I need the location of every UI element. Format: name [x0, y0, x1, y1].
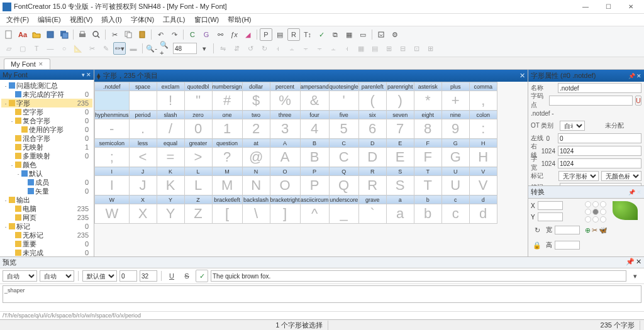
- close-button[interactable]: ✕: [620, 1, 641, 13]
- preview-sample-input[interactable]: [211, 270, 626, 282]
- menu-item[interactable]: 视图(V): [66, 14, 97, 25]
- tree-row[interactable]: 多重映射0: [1, 151, 92, 160]
- glyph-cell[interactable]: C: [329, 148, 358, 167]
- glyph-cell[interactable]: N: [242, 176, 270, 195]
- cut-button[interactable]: ✂: [108, 28, 121, 41]
- pointer-tool[interactable]: ▱: [3, 42, 15, 55]
- glyph-cell[interactable]: `: [358, 204, 386, 224]
- tree-row[interactable]: 电脑235: [1, 204, 92, 213]
- erase-button[interactable]: ◢: [242, 28, 254, 41]
- flip-h-button[interactable]: ⇋: [216, 42, 229, 55]
- open-button[interactable]: [30, 28, 43, 41]
- check-button[interactable]: ✓: [315, 28, 328, 41]
- align-l-button[interactable]: ⫞: [272, 42, 284, 55]
- preview-close-icon[interactable]: ✕: [636, 258, 641, 267]
- glyph-cell[interactable]: 3: [270, 119, 300, 139]
- anchor-grid[interactable]: [585, 201, 608, 223]
- document-tab[interactable]: My Font ✕: [4, 58, 50, 69]
- zoom-input[interactable]: [173, 43, 197, 54]
- glyph-cell[interactable]: +: [441, 91, 469, 111]
- reset-button[interactable]: ↻: [531, 224, 543, 236]
- tree-row[interactable]: -输出: [1, 195, 92, 204]
- glyph-cell[interactable]: c: [441, 204, 469, 224]
- align-r-button[interactable]: ⫟: [299, 42, 312, 55]
- grid2-button[interactable]: ⊟: [396, 42, 409, 55]
- knife-tool[interactable]: ✂: [86, 42, 98, 55]
- glyph-cell[interactable]: E: [386, 148, 414, 167]
- preview-mode2-select[interactable]: 自动: [40, 270, 74, 282]
- glyph-cell[interactable]: G: [441, 148, 469, 167]
- glyph-cell[interactable]: 8: [414, 119, 441, 139]
- rotate-r-button[interactable]: ↻: [258, 42, 270, 55]
- props-pin-icon[interactable]: 📌: [628, 73, 635, 79]
- glyph-cell[interactable]: Z: [184, 204, 212, 224]
- glyph-cell[interactable]: \: [242, 204, 270, 224]
- glyph-cell[interactable]: 9: [441, 119, 469, 139]
- glyph-cell[interactable]: _: [329, 204, 358, 224]
- glyph-cell[interactable]: H: [469, 148, 497, 167]
- tree-row[interactable]: 混合字形0: [1, 134, 92, 143]
- menu-item[interactable]: 文件(F): [3, 14, 33, 25]
- menu-item[interactable]: 帮助(H): [224, 14, 255, 25]
- glyph-cell[interactable]: >: [184, 148, 212, 167]
- tree-row[interactable]: 无标记235: [1, 231, 92, 239]
- glyph-cell[interactable]: <: [129, 148, 157, 167]
- glyph-cell[interactable]: Y: [157, 204, 184, 224]
- glyph-cell[interactable]: 0: [184, 119, 212, 139]
- text-tool[interactable]: T: [30, 42, 43, 55]
- underline-button[interactable]: U: [165, 270, 178, 282]
- glyph-cell[interactable]: P: [300, 176, 329, 195]
- main-close-icon[interactable]: ✕: [519, 72, 525, 80]
- align-t-button[interactable]: ⫟: [313, 42, 326, 55]
- glyph-cell[interactable]: ': [329, 91, 358, 111]
- zoom-out-button[interactable]: 🔍-: [145, 42, 158, 55]
- grid1-button[interactable]: ⊞: [382, 42, 395, 55]
- glyph-cell[interactable]: a: [386, 204, 414, 224]
- squish-button[interactable]: ⧉: [329, 28, 341, 41]
- align-m-button[interactable]: ⫠: [327, 42, 340, 55]
- preview-n2-input[interactable]: [140, 270, 157, 282]
- glyph-cell[interactable]: D: [358, 148, 386, 167]
- tree-row[interactable]: 未完成0: [1, 248, 92, 256]
- prop-mark2-select[interactable]: 无颜色标记: [601, 171, 641, 181]
- preview-pin-icon[interactable]: 📌: [626, 258, 635, 267]
- edit-tool[interactable]: ✏▾: [113, 42, 126, 55]
- transform-x-input[interactable]: [538, 201, 563, 210]
- glyph-cell[interactable]: -: [95, 119, 130, 139]
- preview-mode3-select[interactable]: 默认值: [82, 270, 117, 282]
- tree-row[interactable]: -默认: [1, 169, 92, 178]
- new-button[interactable]: [3, 28, 15, 41]
- glyph-cell[interactable]: [129, 91, 157, 111]
- dist-h-button[interactable]: ▦: [355, 42, 367, 55]
- glyph-cell[interactable]: I: [95, 176, 130, 195]
- glyph-cell[interactable]: 2: [242, 119, 270, 139]
- glyph-cell[interactable]: J: [129, 176, 157, 195]
- ellipse-tool[interactable]: ○: [58, 42, 70, 55]
- r-button[interactable]: R: [287, 28, 300, 41]
- menu-item[interactable]: 插入(I): [97, 14, 125, 25]
- glyph-cell[interactable]: V: [469, 176, 497, 195]
- glyph-cell[interactable]: 1: [212, 119, 242, 139]
- menu-item[interactable]: 字体(N): [127, 14, 158, 25]
- prop-codepoint-input[interactable]: [549, 96, 633, 106]
- lock-button[interactable]: 🔒: [531, 239, 543, 251]
- glyph-cell[interactable]: ^: [300, 204, 329, 224]
- prop-width-input[interactable]: [558, 158, 641, 168]
- menu-item[interactable]: 编辑(E): [34, 14, 65, 25]
- tree-row[interactable]: -字形235: [1, 99, 92, 107]
- glyph-cell[interactable]: :: [469, 119, 497, 139]
- zoom-in-button[interactable]: 🔍+: [159, 42, 172, 55]
- glyph-cell[interactable]: Q: [329, 176, 358, 195]
- menu-item[interactable]: 工具(L): [159, 14, 189, 25]
- tree-row[interactable]: 重要0: [1, 239, 92, 248]
- tree-row[interactable]: -复合字形0: [1, 116, 92, 125]
- glyph-cell[interactable]: B: [300, 148, 329, 167]
- preview-button[interactable]: ▭: [357, 28, 369, 41]
- glyph-cell[interactable]: ": [184, 91, 212, 111]
- copy-button[interactable]: [122, 28, 135, 41]
- glyph-cell[interactable]: L: [184, 176, 212, 195]
- dist-v-button[interactable]: ▤: [369, 42, 381, 55]
- glyph-cell[interactable]: U: [441, 176, 469, 195]
- glyph-cell[interactable]: R: [358, 176, 386, 195]
- tree-row[interactable]: 无映射1: [1, 143, 92, 151]
